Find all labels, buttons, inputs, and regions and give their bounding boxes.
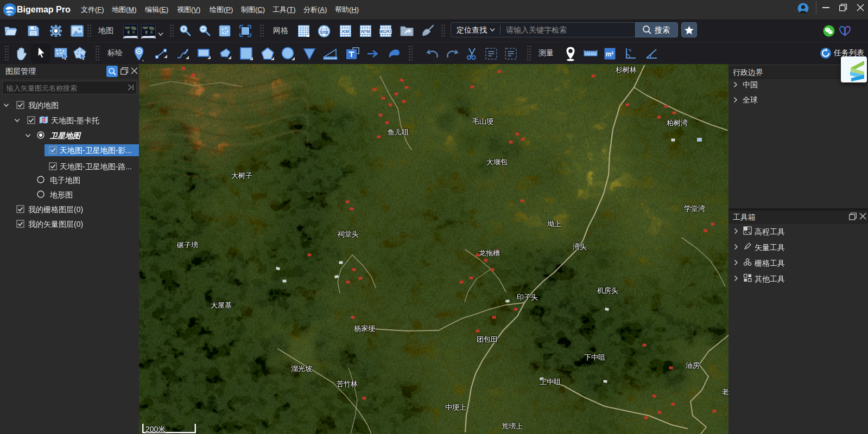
svg-text:MGRS: MGRS [379, 29, 392, 34]
svg-text:m²: m² [606, 50, 614, 58]
svg-text:!: ! [43, 118, 44, 122]
svg-text:KM: KM [342, 29, 349, 34]
svg-text:Lng: Lng [320, 29, 328, 34]
svg-text:N: N [629, 48, 631, 52]
svg-text:N*M: N*M [361, 29, 370, 34]
